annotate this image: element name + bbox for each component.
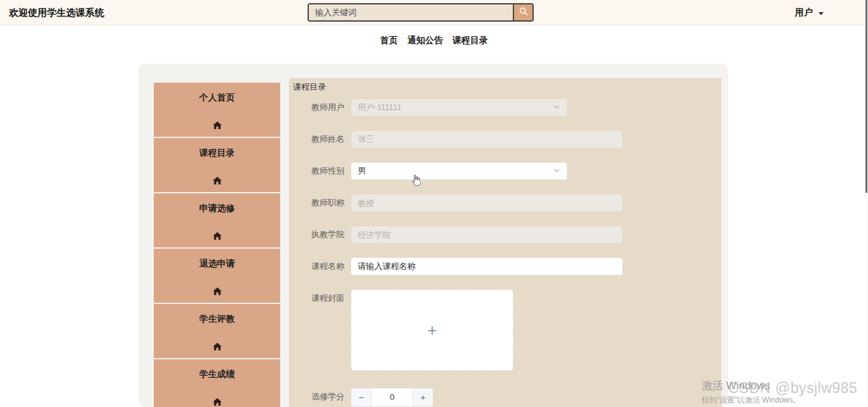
sidebar-item-course-catalog[interactable]: 课程目录	[154, 138, 280, 192]
sidebar-item-label: 个人首页	[154, 83, 280, 104]
main-nav: 首页 通知公告 课程目录	[0, 26, 868, 55]
field-label: 执教学院	[289, 226, 351, 244]
sidebar-item-label: 课程目录	[154, 138, 280, 159]
nav-item-notices[interactable]: 通知公告	[407, 35, 443, 46]
form-row-college: 执教学院	[289, 226, 623, 244]
chevron-down-icon	[553, 103, 560, 113]
course-name-input[interactable]	[351, 258, 623, 275]
form-row-course-cover: 课程封面 +	[289, 289, 513, 371]
form-row-teacher-gender: 教师性别 男	[289, 162, 567, 180]
home-icon	[213, 397, 222, 407]
form-row-teacher-name: 教师姓名	[289, 130, 623, 148]
plus-icon: +	[427, 322, 437, 338]
stepper-increase-button[interactable]: +	[412, 389, 433, 406]
scrollbar-thumb[interactable]	[865, 0, 867, 193]
select-value: 用户-111111	[358, 102, 402, 113]
search-input[interactable]	[309, 4, 513, 20]
sidebar-item-student-evaluation[interactable]: 学生评教	[154, 304, 280, 358]
search-icon	[519, 6, 529, 19]
field-label: 教师姓名	[289, 130, 351, 148]
teacher-name-input[interactable]	[351, 130, 623, 148]
sidebar-item-student-grades[interactable]: 学生成绩	[154, 359, 280, 407]
nav-item-home[interactable]: 首页	[380, 35, 398, 46]
form-row-credits: 选修学分 − 0 +	[289, 388, 433, 407]
panel-title: 课程目录	[293, 81, 326, 93]
home-icon	[213, 286, 222, 298]
college-input[interactable]	[351, 226, 623, 244]
chevron-down-icon	[818, 12, 824, 15]
teacher-gender-select[interactable]: 男	[351, 162, 567, 180]
home-icon	[213, 341, 222, 353]
user-menu[interactable]: 用户	[795, 0, 824, 25]
sidebar-item-label: 学生成绩	[154, 359, 280, 380]
field-label: 课程名称	[289, 258, 351, 275]
teacher-title-input[interactable]	[351, 194, 623, 212]
sidebar-item-withdraw-request[interactable]: 退选申请	[154, 249, 280, 303]
form-row-course-name: 课程名称	[289, 258, 623, 275]
search-button[interactable]	[513, 4, 532, 20]
select-value: 男	[358, 165, 366, 177]
stepper-decrease-button[interactable]: −	[351, 389, 372, 406]
chevron-down-icon	[553, 167, 560, 176]
main-container: 个人首页 课程目录 申请选修 退选申请 学生评教	[139, 64, 728, 407]
csdn-watermark: CSDN @bysjlw985	[728, 380, 857, 397]
field-label: 教师职称	[289, 194, 351, 212]
field-label: 课程封面	[289, 289, 351, 307]
course-form-panel: 课程目录 教师用户 用户-111111 教师姓名 教师性别 男	[289, 78, 721, 407]
app-title: 欢迎使用学生选课系统	[9, 0, 104, 25]
field-label: 教师用户	[289, 99, 351, 116]
field-label: 教师性别	[289, 162, 351, 180]
sidebar: 个人首页 课程目录 申请选修 退选申请 学生评教	[154, 83, 280, 407]
home-icon	[213, 176, 222, 187]
stepper-value[interactable]: 0	[372, 389, 412, 406]
field-label: 选修学分	[289, 388, 351, 406]
sidebar-item-label: 退选申请	[154, 249, 280, 270]
sidebar-item-personal-home[interactable]: 个人首页	[154, 83, 280, 137]
search-box	[308, 3, 534, 22]
nav-item-courses[interactable]: 课程目录	[452, 35, 488, 46]
teacher-user-select[interactable]: 用户-111111	[351, 99, 567, 116]
home-icon	[213, 231, 222, 242]
sidebar-item-label: 申请选修	[154, 193, 280, 214]
sidebar-item-apply-elective[interactable]: 申请选修	[154, 193, 280, 247]
home-icon	[213, 120, 222, 132]
user-menu-label: 用户	[795, 7, 813, 18]
credits-stepper: − 0 +	[351, 388, 433, 407]
top-bar: 欢迎使用学生选课系统 用户	[0, 0, 868, 25]
course-cover-upload[interactable]: +	[351, 289, 513, 371]
sidebar-item-label: 学生评教	[154, 304, 280, 325]
form-row-teacher-title: 教师职称	[289, 194, 623, 212]
form-row-teacher-user: 教师用户 用户-111111	[289, 99, 567, 116]
